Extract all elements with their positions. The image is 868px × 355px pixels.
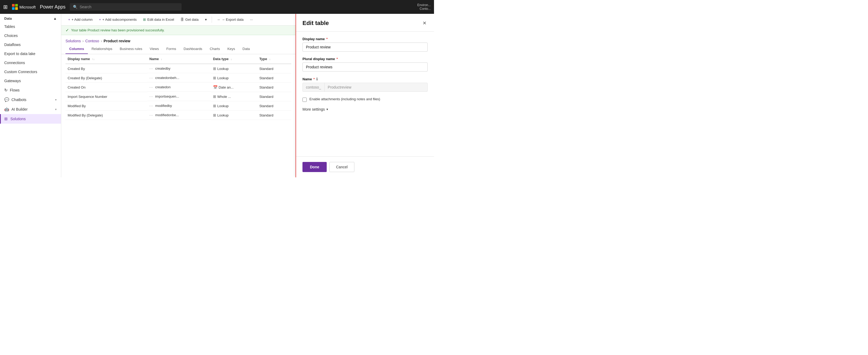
sidebar-item-label: Flows [10, 88, 20, 92]
row-menu-icon[interactable]: ··· [149, 76, 153, 80]
tab-relationships[interactable]: Relationships [88, 44, 116, 54]
chevron-down-icon: ▾ [55, 98, 57, 102]
solutions-icon: ⊞ [4, 116, 8, 121]
name-field-row: contoso_ Productreview [303, 83, 428, 92]
cell-name-value: modifiedonbe... [155, 113, 179, 117]
chevron-down-icon: ▾ [327, 107, 328, 111]
add-column-button[interactable]: + + Add column [65, 16, 95, 23]
col-header-display-name[interactable]: Display name ↑↓ [65, 54, 147, 64]
sort-icon: ↓ [230, 58, 232, 61]
done-button[interactable]: Done [303, 162, 327, 172]
name-prefix: contoso_ [303, 83, 324, 92]
tab-forms[interactable]: Forms [163, 44, 180, 54]
data-type-icon: ⊞ [213, 113, 216, 117]
row-menu-icon[interactable]: ··· [149, 85, 153, 89]
search-input[interactable] [80, 5, 178, 9]
row-menu-icon[interactable]: ··· [149, 113, 153, 117]
cell-display-name: Created By [65, 64, 147, 73]
cell-name-value: createdon [155, 85, 171, 89]
required-indicator: * [326, 37, 328, 41]
table-container: Display name ↑↓ Name ↓ Data type ↓ Type … [61, 54, 296, 177]
chatbots-icon: 💬 [4, 97, 9, 102]
row-menu-icon[interactable]: ··· [149, 67, 153, 70]
tab-dashboards[interactable]: Dashboards [180, 44, 206, 54]
plural-name-label: Plural display name * [303, 57, 428, 61]
export-data-button[interactable]: → → Export data [214, 16, 246, 23]
db-icon: 🗄 [181, 17, 184, 22]
chevron-down-icon: ▾ [205, 17, 207, 22]
cell-dots-menu: ··· createdby [147, 64, 211, 73]
microsoft-wordmark: Microsoft [20, 5, 36, 9]
edit-table-panel: Edit table ✕ Display name * Plural displ… [296, 14, 434, 177]
ellipsis-icon: ··· [250, 17, 253, 22]
cancel-button[interactable]: Cancel [329, 162, 354, 172]
cell-data-type: ⊞Lookup [211, 111, 257, 120]
sidebar-item-export-lake[interactable]: Export to data lake [0, 49, 61, 58]
edit-excel-button[interactable]: ⊞ Edit data in Excel [140, 16, 177, 23]
search-bar[interactable]: 🔍 [70, 3, 182, 11]
sidebar-item-choices[interactable]: Choices [0, 31, 61, 40]
tab-keys[interactable]: Keys [224, 44, 239, 54]
sidebar-item-tables[interactable]: Tables [0, 22, 61, 31]
dropdown-arrow-button[interactable]: ▾ [203, 16, 210, 23]
tab-business-rules[interactable]: Business rules [116, 44, 146, 54]
close-button[interactable]: ✕ [422, 19, 428, 27]
top-navigation: ⊞ Microsoft Power Apps 🔍 Environ... Cont… [0, 0, 434, 14]
sidebar-item-solutions[interactable]: ⊞ Solutions [0, 114, 61, 123]
waffle-icon[interactable]: ⊞ [3, 4, 8, 10]
row-menu-icon[interactable]: ··· [149, 104, 153, 108]
sidebar-item-label: Solutions [10, 117, 26, 121]
table-row: Created By ··· createdby ⊞Lookup Standar… [65, 64, 291, 73]
tab-data[interactable]: Data [239, 44, 253, 54]
cell-display-name: Modified By [65, 101, 147, 111]
name-field-group: Name * ℹ contoso_ Productreview [303, 77, 428, 92]
col-header-data-type[interactable]: Data type ↓ [211, 54, 257, 64]
cell-name-value: createdby [155, 67, 170, 70]
microsoft-logo: Microsoft [12, 4, 36, 10]
ai-icon: 🤖 [4, 107, 9, 112]
sidebar-item-custom-connectors[interactable]: Custom Connectors [0, 67, 61, 76]
breadcrumb: Solutions › Contoso › Product review [61, 35, 296, 44]
sidebar-item-label: Gateways [4, 79, 21, 83]
col-header-name[interactable]: Name ↓ [147, 54, 211, 64]
plus-icon: + [99, 17, 101, 22]
sidebar-item-label: Connections [4, 61, 25, 65]
more-settings-toggle[interactable]: More settings ▾ [303, 107, 428, 111]
col-header-type[interactable]: Type ↓ [257, 54, 291, 64]
cell-type: Standard [257, 64, 291, 73]
get-data-button[interactable]: 🗄 Get data [178, 16, 201, 23]
cell-name-value: modifiedby [155, 104, 172, 108]
search-icon: 🔍 [73, 5, 78, 9]
success-message: Your table Product review has been provi… [71, 28, 164, 32]
breadcrumb-contoso[interactable]: Contoso [85, 39, 99, 43]
required-indicator: * [313, 77, 315, 81]
add-subcomponents-button[interactable]: + + Add subcomponents [96, 16, 140, 23]
sidebar-item-gateways[interactable]: Gateways [0, 76, 61, 85]
table-row: Modified By ··· modifiedby ⊞Lookup Stand… [65, 101, 291, 111]
sidebar-item-ai-builder[interactable]: 🤖 AI Builder ▾ [0, 105, 61, 114]
sidebar-item-flows[interactable]: ↻ Flows [0, 85, 61, 95]
tab-views[interactable]: Views [146, 44, 162, 54]
tab-charts[interactable]: Charts [206, 44, 224, 54]
enable-attachments-checkbox[interactable] [303, 98, 307, 102]
sidebar-data-section[interactable]: Data ▲ [0, 14, 61, 22]
sidebar-item-dataflows[interactable]: Dataflows [0, 40, 61, 49]
collapse-icon[interactable]: ▲ [53, 16, 57, 21]
tab-columns[interactable]: Columns [65, 44, 88, 54]
row-menu-icon[interactable]: ··· [149, 95, 153, 98]
plural-name-input[interactable] [303, 63, 428, 72]
cell-display-name: Created By (Delegate) [65, 73, 147, 83]
cell-dots-menu: ··· importsequen... [147, 92, 211, 101]
sidebar-item-connections[interactable]: Connections [0, 58, 61, 67]
cell-type: Standard [257, 73, 291, 83]
display-name-input[interactable] [303, 42, 428, 51]
info-icon[interactable]: ℹ [316, 77, 318, 81]
cell-dots-menu: ··· modifiedonbe... [147, 111, 211, 120]
breadcrumb-solutions[interactable]: Solutions [65, 39, 81, 43]
cell-dots-menu: ··· createdon [147, 83, 211, 92]
more-options-button[interactable]: ··· [247, 16, 256, 23]
tabs-bar: Columns Relationships Business rules Vie… [61, 44, 296, 54]
chevron-down-icon: ▾ [55, 108, 57, 111]
cell-name-value: createdonbeh... [155, 76, 179, 80]
sidebar-item-chatbots[interactable]: 💬 Chatbots ▾ [0, 95, 61, 105]
